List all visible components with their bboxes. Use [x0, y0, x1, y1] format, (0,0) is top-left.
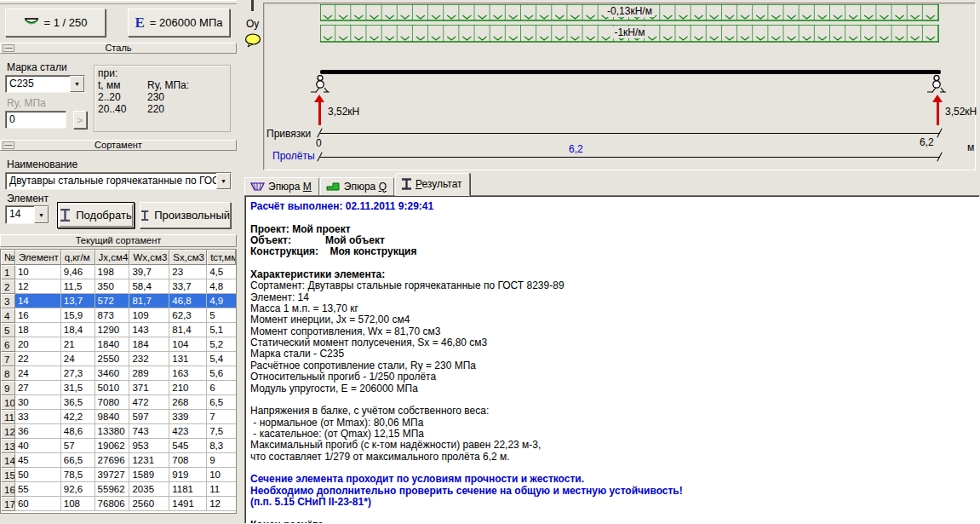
chevron-down-icon[interactable]: ▼	[70, 76, 84, 92]
table-cell[interactable]: 10	[207, 468, 236, 482]
table-row[interactable]: 144566,52769612317089	[1, 453, 236, 468]
table-cell[interactable]: 66,5	[61, 453, 95, 468]
table-cell[interactable]: 27	[15, 381, 61, 395]
row-number[interactable]: 14	[1, 453, 15, 468]
table-cell[interactable]: 4,5	[207, 265, 236, 279]
table-row[interactable]: 31413,757281,746,84,9	[1, 294, 236, 308]
table-cell[interactable]: 12	[15, 279, 61, 294]
table-cell[interactable]: 21	[61, 337, 95, 352]
row-number[interactable]: 9	[1, 381, 15, 395]
ry-input[interactable]: 0	[5, 111, 66, 129]
column-header[interactable]: Jx,см4	[95, 250, 130, 265]
comment-bubble-icon[interactable]	[244, 33, 261, 48]
table-cell[interactable]: 40	[15, 439, 61, 453]
table-cell[interactable]: 15,9	[61, 308, 95, 323]
table-cell[interactable]: 19062	[95, 439, 130, 453]
table-cell[interactable]: 27696	[95, 453, 130, 468]
table-cell[interactable]: 14	[15, 294, 61, 308]
table-cell[interactable]: 42,2	[61, 410, 95, 424]
table-cell[interactable]: 39,7	[129, 265, 169, 279]
table-cell[interactable]: 6	[207, 381, 236, 395]
table-cell[interactable]: 55	[15, 482, 61, 497]
table-cell[interactable]: 36	[15, 424, 61, 439]
table-cell[interactable]: 184	[129, 337, 169, 352]
table-cell[interactable]: 7,5	[207, 424, 236, 439]
ry-apply-button[interactable]: >	[73, 111, 87, 129]
table-cell[interactable]: 18	[15, 323, 61, 337]
table-cell[interactable]: 7	[207, 410, 236, 424]
table-cell[interactable]: 743	[129, 424, 169, 439]
table-cell[interactable]: 55962	[95, 482, 130, 497]
table-cell[interactable]: 210	[169, 381, 207, 395]
table-cell[interactable]: 30	[15, 395, 61, 410]
table-row[interactable]: 103036,570804722686,5	[1, 395, 236, 410]
tab-result[interactable]: Результат	[395, 173, 470, 196]
row-number[interactable]: 1	[1, 265, 15, 279]
table-cell[interactable]: 472	[129, 395, 169, 410]
row-number[interactable]: 10	[1, 395, 15, 410]
table-cell[interactable]: 76806	[95, 497, 130, 511]
table-cell[interactable]: 11	[207, 482, 236, 497]
table-cell[interactable]: 423	[169, 424, 207, 439]
table-cell[interactable]: 27,3	[61, 366, 95, 381]
column-header[interactable]: Wx,см3	[129, 250, 169, 265]
table-row[interactable]: 165592,6559622035118111	[1, 482, 236, 497]
row-number[interactable]: 16	[1, 482, 15, 497]
table-cell[interactable]: 24	[15, 366, 61, 381]
steel-grade-combobox[interactable]: С235 ▼	[5, 75, 85, 93]
table-cell[interactable]: 33,7	[169, 279, 207, 294]
table-row[interactable]: 41615,987310962,35	[1, 308, 236, 323]
row-number[interactable]: 12	[1, 424, 15, 439]
table-cell[interactable]: 5,2	[207, 337, 236, 352]
column-header[interactable]: tст,мм	[207, 250, 236, 265]
table-cell[interactable]: 60	[15, 497, 61, 511]
table-cell[interactable]: 104	[169, 337, 207, 352]
table-cell[interactable]: 46,8	[169, 294, 207, 308]
table-cell[interactable]: 5,6	[207, 366, 236, 381]
table-cell[interactable]: 2550	[95, 352, 130, 366]
table-cell[interactable]: 873	[95, 308, 130, 323]
table-cell[interactable]: 81,4	[169, 323, 207, 337]
table-cell[interactable]: 36,5	[61, 395, 95, 410]
table-cell[interactable]: 545	[169, 439, 207, 453]
pick-section-button[interactable]: Подобрать	[57, 202, 135, 228]
table-row[interactable]: 155078,539727158991910	[1, 468, 236, 482]
table-row[interactable]: 82427,334602891635,6	[1, 366, 236, 381]
table-cell[interactable]: 268	[169, 395, 207, 410]
table-cell[interactable]: 4,8	[207, 279, 236, 294]
table-cell[interactable]: 919	[169, 468, 207, 482]
results-panel[interactable]: Расчёт выполнен: 02.11.2011 9:29:41 Прое…	[244, 195, 980, 524]
table-cell[interactable]: 57	[61, 439, 95, 453]
collapse-sortament-button[interactable]: —	[3, 141, 14, 149]
row-number[interactable]: 15	[1, 468, 15, 482]
table-cell[interactable]: 597	[129, 410, 169, 424]
table-cell[interactable]: 5	[207, 308, 236, 323]
arbitrary-section-button[interactable]: Произвольный	[140, 202, 231, 228]
table-cell[interactable]: 708	[169, 453, 207, 468]
table-row[interactable]: 92731,550103712106	[1, 381, 236, 395]
table-cell[interactable]: 9,46	[61, 265, 95, 279]
table-cell[interactable]: 1840	[95, 337, 130, 352]
table-cell[interactable]: 1231	[129, 453, 169, 468]
row-number[interactable]: 5	[1, 323, 15, 337]
row-number[interactable]: 17	[1, 497, 15, 511]
table-cell[interactable]: 9	[207, 453, 236, 468]
table-cell[interactable]: 81,7	[129, 294, 169, 308]
table-cell[interactable]: 24	[61, 352, 95, 366]
table-cell[interactable]: 16	[15, 308, 61, 323]
table-row[interactable]: 51818,4129014381,45,1	[1, 323, 236, 337]
table-cell[interactable]: 4,9	[207, 294, 236, 308]
row-number[interactable]: 3	[1, 294, 15, 308]
table-cell[interactable]: 953	[129, 439, 169, 453]
tab-epura-m[interactable]: Эпюра М	[244, 177, 319, 196]
modulus-button[interactable]: E = 206000 МПа	[128, 9, 230, 37]
table-cell[interactable]: 1181	[169, 482, 207, 497]
row-number[interactable]: 6	[1, 337, 15, 352]
table-row[interactable]: 7222425502321315,4	[1, 352, 236, 366]
tab-epura-q[interactable]: Эпюра Q	[320, 177, 394, 196]
table-cell[interactable]: 18,4	[61, 323, 95, 337]
table-cell[interactable]: 10	[15, 265, 61, 279]
table-cell[interactable]: 143	[129, 323, 169, 337]
table-row[interactable]: 1109,4619839,7234,5	[1, 265, 236, 279]
table-cell[interactable]: 6,5	[207, 395, 236, 410]
